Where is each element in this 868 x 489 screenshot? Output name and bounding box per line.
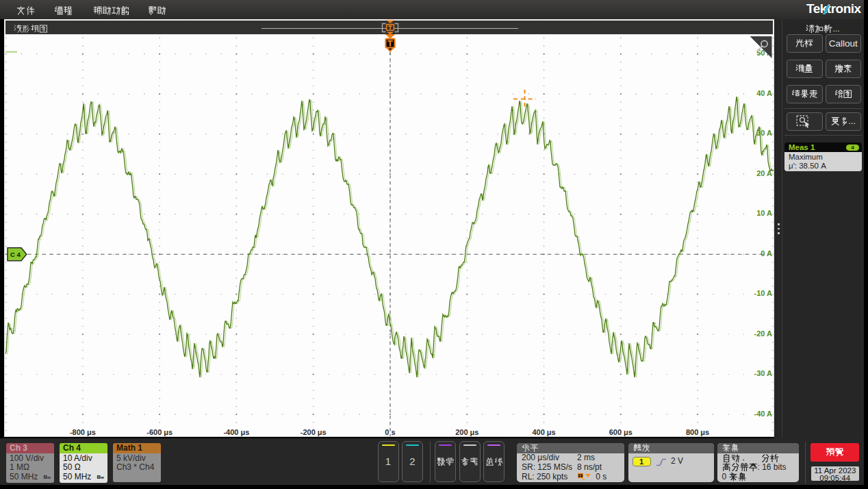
svg-text:200 μs: 200 μs (455, 428, 478, 436)
svg-text:-30 A: -30 A (754, 369, 773, 377)
svg-text:C 4: C 4 (10, 251, 21, 258)
svg-text:0 s: 0 s (385, 428, 395, 436)
svg-text:30 A: 30 A (756, 129, 772, 137)
svg-text:600 μs: 600 μs (609, 428, 633, 436)
svg-text:400 μs: 400 μs (532, 428, 555, 436)
svg-text:-400 μs: -400 μs (223, 428, 249, 436)
svg-text:-40 A: -40 A (754, 410, 773, 418)
svg-text:20 A: 20 A (756, 169, 772, 177)
svg-text:-10 A: -10 A (754, 289, 773, 297)
svg-text:-800 μs: -800 μs (70, 428, 96, 436)
svg-text:800 μs: 800 μs (686, 428, 709, 436)
svg-text:-600 μs: -600 μs (146, 428, 173, 436)
svg-text:10 A: 10 A (756, 209, 772, 217)
svg-text:0 A: 0 A (761, 249, 772, 258)
svg-text:40 A: 40 A (756, 89, 772, 97)
svg-text:-20 A: -20 A (754, 329, 773, 338)
svg-text:-200 μs: -200 μs (301, 428, 327, 436)
